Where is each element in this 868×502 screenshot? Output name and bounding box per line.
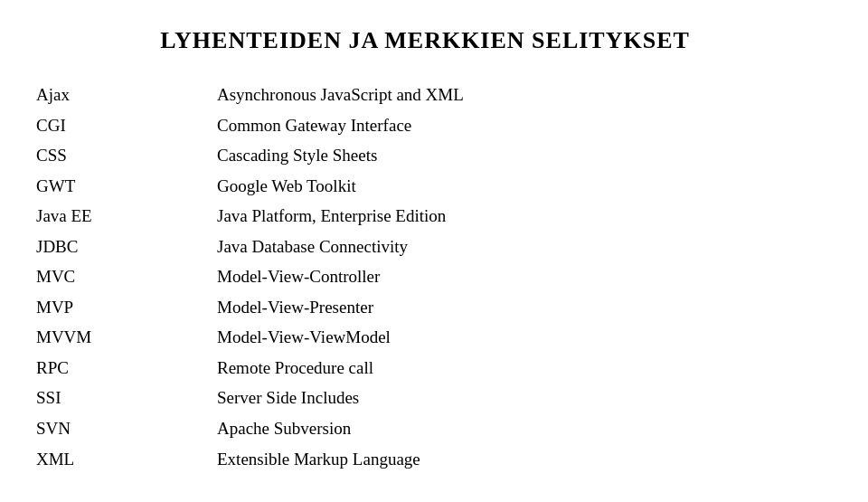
- table-row: MVVMModel-View-ViewModel: [36, 322, 814, 353]
- page-title: LYHENTEIDEN JA MERKKIEN SELITYKSET: [36, 27, 814, 54]
- abbreviation-term: GWT: [36, 171, 217, 202]
- abbreviation-definition: Apache Subversion: [217, 413, 814, 444]
- abbreviation-definition: Google Web Toolkit: [217, 171, 814, 202]
- abbreviation-definition: Extensible Markup Language: [217, 444, 814, 475]
- abbreviation-definition: Asynchronous JavaScript and XML: [217, 80, 814, 110]
- abbreviation-term: JDBC: [36, 232, 217, 262]
- table-row: RPCRemote Procedure call: [36, 353, 814, 384]
- table-row: MVPModel-View-Presenter: [36, 292, 814, 323]
- table-row: JDBCJava Database Connectivity: [36, 232, 814, 262]
- table-row: CGICommon Gateway Interface: [36, 110, 814, 141]
- abbreviation-term: Java EE: [36, 201, 217, 232]
- table-row: AjaxAsynchronous JavaScript and XML: [36, 80, 814, 110]
- abbreviation-definition: Cascading Style Sheets: [217, 140, 814, 171]
- abbreviation-definition: Common Gateway Interface: [217, 110, 814, 141]
- table-row: XMLExtensible Markup Language: [36, 444, 814, 475]
- abbreviation-term: CGI: [36, 110, 217, 141]
- abbreviation-term: SVN: [36, 413, 217, 444]
- abbreviation-term: CSS: [36, 140, 217, 171]
- abbreviation-definition: Model-View-Controller: [217, 261, 814, 292]
- abbreviation-term: XML: [36, 444, 217, 475]
- table-row: MVCModel-View-Controller: [36, 261, 814, 292]
- table-row: Java EEJava Platform, Enterprise Edition: [36, 201, 814, 232]
- abbreviation-term: MVVM: [36, 322, 217, 353]
- abbreviations-table: AjaxAsynchronous JavaScript and XMLCGICo…: [36, 80, 814, 474]
- table-row: CSSCascading Style Sheets: [36, 140, 814, 171]
- table-row: SSIServer Side Includes: [36, 383, 814, 413]
- abbreviation-definition: Remote Procedure call: [217, 353, 814, 384]
- abbreviation-definition: Java Platform, Enterprise Edition: [217, 201, 814, 232]
- abbreviation-definition: Model-View-Presenter: [217, 292, 814, 323]
- table-row: GWTGoogle Web Toolkit: [36, 171, 814, 202]
- abbreviation-term: MVP: [36, 292, 217, 323]
- abbreviation-term: SSI: [36, 383, 217, 413]
- abbreviation-term: MVC: [36, 261, 217, 292]
- table-row: SVNApache Subversion: [36, 413, 814, 444]
- abbreviation-definition: Server Side Includes: [217, 383, 814, 413]
- abbreviation-definition: Model-View-ViewModel: [217, 322, 814, 353]
- page-container: LYHENTEIDEN JA MERKKIEN SELITYKSET AjaxA…: [0, 0, 868, 502]
- abbreviation-definition: Java Database Connectivity: [217, 232, 814, 262]
- abbreviation-term: Ajax: [36, 80, 217, 110]
- abbreviation-term: RPC: [36, 353, 217, 384]
